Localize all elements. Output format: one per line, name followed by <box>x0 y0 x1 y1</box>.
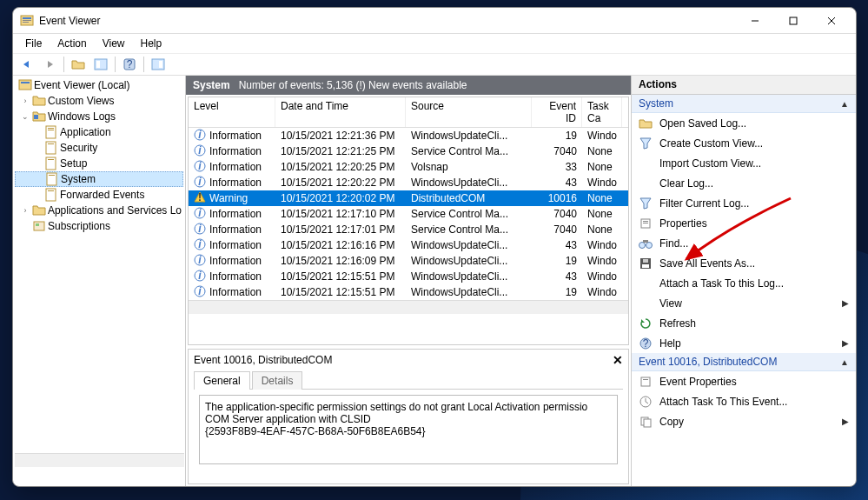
date-cell: 10/15/2021 12:20:25 PM <box>275 160 406 174</box>
info-icon: i <box>194 207 206 222</box>
table-row[interactable]: iInformation10/15/2021 12:17:01 PMServic… <box>189 222 628 237</box>
actions-pane-button[interactable] <box>148 55 169 74</box>
source-cell: WindowsUpdateCli... <box>406 129 532 143</box>
date-cell: 10/15/2021 12:17:01 PM <box>275 223 406 237</box>
detail-text[interactable]: The application-specific permission sett… <box>199 395 618 464</box>
log-icon <box>44 157 58 170</box>
event-viewer-icon <box>18 78 32 92</box>
tree-forwarded[interactable]: Forwarded Events <box>15 187 183 203</box>
tree-label: Application <box>60 126 111 138</box>
menu-file[interactable]: File <box>18 36 49 51</box>
col-source[interactable]: Source <box>406 97 532 127</box>
detail-line: The application-specific permission sett… <box>205 401 606 413</box>
event-table[interactable]: Level Date and Time Source Event ID Task… <box>188 97 629 345</box>
task-icon <box>639 395 653 409</box>
action-label: Help <box>659 337 835 350</box>
svg-rect-9 <box>96 61 100 68</box>
tree-label: Setup <box>60 157 87 170</box>
svg-point-54 <box>639 242 646 248</box>
col-level[interactable]: Level <box>189 97 275 127</box>
menu-action[interactable]: Action <box>50 36 93 51</box>
help-button[interactable]: ? <box>119 55 140 74</box>
tree-security[interactable]: Security <box>15 140 183 156</box>
tab-general[interactable]: General <box>194 371 250 390</box>
col-eventid[interactable]: Event ID <box>532 97 582 127</box>
source-cell: WindowsUpdateCli... <box>406 270 532 283</box>
tree-pane[interactable]: Event Viewer (Local) › Custom Views ⌄ Wi… <box>13 76 186 486</box>
minimize-button[interactable] <box>738 10 772 31</box>
action-label: Attach a Task To this Log... <box>659 277 849 290</box>
action-find[interactable]: Find... <box>632 233 856 253</box>
table-row[interactable]: iInformation10/15/2021 12:21:25 PMServic… <box>189 143 628 159</box>
action-open-saved-log[interactable]: Open Saved Log... <box>632 113 856 133</box>
tree-scrollbar-x[interactable] <box>15 453 184 467</box>
svg-rect-18 <box>48 128 54 129</box>
action-properties[interactable]: Properties <box>632 213 856 233</box>
action-copy[interactable]: Copy ▶ <box>632 411 856 431</box>
action-attach-task[interactable]: Attach a Task To this Log... <box>632 273 856 293</box>
tree-subscriptions[interactable]: Subscriptions <box>15 218 183 234</box>
action-create-custom-view[interactable]: Create Custom View... <box>632 133 856 153</box>
forward-button[interactable] <box>39 55 60 74</box>
action-import-custom-view[interactable]: Import Custom View... <box>632 153 856 173</box>
tree-windows-logs[interactable]: ⌄ Windows Logs <box>15 109 183 124</box>
chevron-right-icon[interactable]: › <box>20 97 30 105</box>
table-scrollbar-x[interactable] <box>189 300 628 314</box>
table-row[interactable]: iInformation10/15/2021 12:21:36 PMWindow… <box>189 128 628 143</box>
col-task[interactable]: Task Ca <box>582 97 622 127</box>
maximize-button[interactable] <box>776 10 811 31</box>
table-row[interactable]: iInformation10/15/2021 12:15:51 PMWindow… <box>189 269 628 284</box>
show-tree-button[interactable] <box>90 55 111 74</box>
task-cell: None <box>582 160 622 174</box>
close-button[interactable] <box>814 10 849 31</box>
window-title: Event Viewer <box>39 15 738 27</box>
action-filter-log[interactable]: Filter Current Log... <box>632 193 856 213</box>
tree-system[interactable]: System <box>15 171 183 187</box>
tree-application[interactable]: Application <box>15 124 183 140</box>
menu-help[interactable]: Help <box>134 36 169 51</box>
eventid-cell: 7040 <box>532 144 582 158</box>
back-button[interactable] <box>17 55 37 74</box>
table-row[interactable]: iInformation10/15/2021 12:20:22 PMWindow… <box>189 175 628 190</box>
svg-rect-19 <box>48 130 54 130</box>
properties-icon <box>639 217 653 230</box>
task-cell: Windo <box>582 176 622 190</box>
action-help[interactable]: ? Help ▶ <box>632 333 856 353</box>
task-cell: Windo <box>582 270 622 283</box>
action-label: Attach Task To This Event... <box>659 396 849 408</box>
table-row[interactable]: iInformation10/15/2021 12:16:16 PMWindow… <box>189 237 628 253</box>
action-save-all[interactable]: Save All Events As... <box>632 253 856 273</box>
detail-pane: Event 10016, DistributedCOM ✕ General De… <box>188 349 629 484</box>
action-view[interactable]: View ▶ <box>632 293 856 313</box>
detail-close-button[interactable]: ✕ <box>613 353 623 367</box>
table-row[interactable]: iInformation10/15/2021 12:17:10 PMServic… <box>189 206 628 222</box>
source-cell: DistributedCOM <box>406 191 532 205</box>
date-cell: 10/15/2021 12:21:36 PM <box>275 129 406 143</box>
action-event-properties[interactable]: Event Properties <box>632 371 856 391</box>
tree-root-label: Event Viewer (Local) <box>34 79 130 91</box>
table-row[interactable]: iInformation10/15/2021 12:16:09 PMWindow… <box>189 253 628 269</box>
action-clear-log[interactable]: Clear Log... <box>632 173 856 193</box>
chevron-right-icon[interactable]: › <box>20 206 30 215</box>
table-row[interactable]: !Warning10/15/2021 12:20:02 PMDistribute… <box>189 190 628 206</box>
tree-setup[interactable]: Setup <box>15 156 183 171</box>
log-icon <box>44 125 58 139</box>
table-row[interactable]: iInformation10/15/2021 12:15:51 PMWindow… <box>189 284 628 300</box>
tree-custom-views[interactable]: › Custom Views <box>15 93 183 109</box>
action-refresh[interactable]: Refresh <box>632 313 856 333</box>
menu-view[interactable]: View <box>96 36 132 51</box>
chevron-down-icon[interactable]: ⌄ <box>20 112 30 121</box>
tab-details[interactable]: Details <box>252 371 303 390</box>
eventid-cell: 43 <box>532 176 582 190</box>
detail-tabs: General Details <box>189 370 628 389</box>
tree-root[interactable]: Event Viewer (Local) <box>15 77 183 93</box>
open-folder-button[interactable] <box>68 55 89 74</box>
action-attach-task-event[interactable]: Attach Task To This Event... <box>632 391 856 411</box>
actions-section-system[interactable]: System ▲ <box>632 95 856 113</box>
table-row[interactable]: iInformation10/15/2021 12:20:25 PMVolsna… <box>189 159 628 175</box>
info-icon: i <box>194 223 206 237</box>
actions-section-event[interactable]: Event 10016, DistributedCOM ▲ <box>632 353 856 371</box>
col-date[interactable]: Date and Time <box>275 97 406 127</box>
subscriptions-icon <box>32 219 46 233</box>
tree-apps-services[interactable]: › Applications and Services Lo <box>15 203 183 218</box>
